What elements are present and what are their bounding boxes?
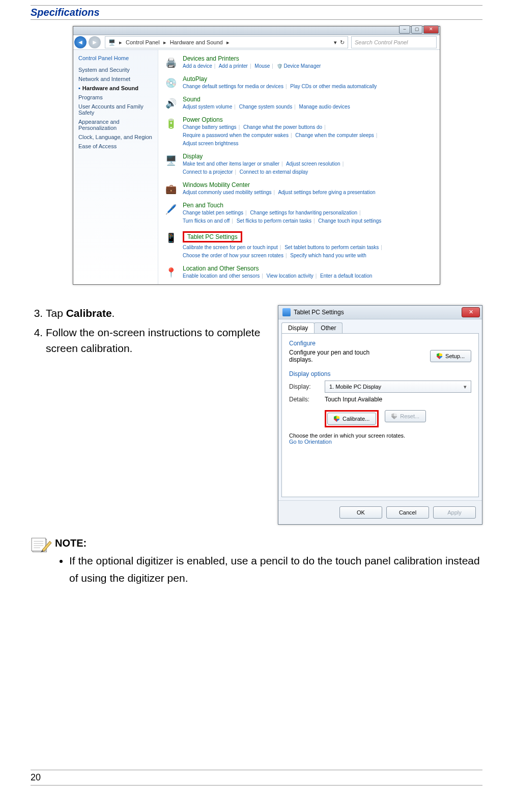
link[interactable]: Device Manager	[284, 63, 321, 69]
link[interactable]: Turn flicks on and off	[183, 218, 230, 224]
chevron-right-icon: ▸	[162, 39, 168, 46]
group-title[interactable]: Devices and Printers	[183, 55, 435, 62]
link[interactable]: Adjust settings before giving a presenta…	[278, 190, 375, 195]
sidebar-item[interactable]: Appearance and Personalization	[78, 117, 155, 132]
minimize-button[interactable]: –	[399, 25, 410, 34]
location-icon: 📍	[163, 265, 179, 280]
link[interactable]: Change touch input settings	[318, 218, 381, 224]
link[interactable]: Calibrate the screen for pen or touch in…	[183, 245, 278, 250]
group-title[interactable]: Windows Mobility Center	[183, 181, 435, 188]
refresh-icon[interactable]: ↻	[340, 39, 345, 46]
link[interactable]: Make text and other items larger or smal…	[183, 161, 279, 167]
ok-button[interactable]: OK	[339, 506, 382, 519]
shield-icon	[334, 416, 339, 422]
link[interactable]: Adjust screen resolution	[286, 161, 340, 167]
monitor-icon: 🖥️	[163, 153, 179, 168]
orientation-text: Choose the order in which your screen ro…	[289, 432, 471, 439]
link[interactable]: Set tablet buttons to perform certain ta…	[284, 245, 379, 250]
step-3: Tap Calibrate.	[46, 305, 268, 321]
link[interactable]: Change what the power buttons do	[243, 124, 322, 130]
close-button[interactable]: ✕	[462, 307, 480, 317]
link[interactable]: View location activity	[267, 273, 314, 279]
link[interactable]: Connect to a projector	[183, 169, 233, 175]
disc-icon: 💿	[163, 75, 179, 91]
address-bar: ◄ ► 🖥️ ▸ Control Panel ▸ Hardware and So…	[73, 35, 440, 50]
control-panel-window: – ▢ ✕ ◄ ► 🖥️ ▸ Control Panel ▸ Hardware …	[73, 26, 440, 285]
sidebar-item[interactable]: User Accounts and Family Safety	[78, 102, 155, 117]
orientation-link[interactable]: Go to Orientation	[289, 439, 332, 445]
group-title[interactable]: Display	[183, 153, 435, 160]
window-titlebar: – ▢ ✕	[73, 26, 440, 35]
options-header: Display options	[289, 370, 471, 377]
highlighted-link[interactable]: Tablet PC Settings	[183, 231, 242, 242]
link[interactable]: Change when the computer sleeps	[295, 132, 374, 138]
printer-icon: 🖨️	[163, 55, 179, 70]
apply-button[interactable]: Apply	[433, 506, 476, 519]
pen-icon: 🖊️	[163, 202, 179, 217]
maximize-button[interactable]: ▢	[411, 25, 422, 34]
search-input[interactable]: Search Control Panel	[351, 36, 437, 48]
note-label: NOTE:	[55, 537, 87, 549]
sidebar-item[interactable]: Ease of Access	[78, 142, 155, 151]
breadcrumb-seg[interactable]: Control Panel	[126, 39, 160, 45]
link[interactable]: Enter a default location	[320, 273, 372, 279]
breadcrumb[interactable]: 🖥️ ▸ Control Panel ▸ Hardware and Sound …	[105, 36, 348, 48]
back-button[interactable]: ◄	[74, 36, 87, 48]
sidebar-item[interactable]: Network and Internet	[78, 74, 155, 84]
tab-display[interactable]: Display	[281, 322, 315, 333]
configure-header: Configure	[289, 340, 471, 347]
link[interactable]: Adjust screen brightness	[183, 141, 239, 146]
group-title[interactable]: Sound	[183, 96, 435, 103]
setup-button[interactable]: Setup...	[430, 350, 471, 362]
close-button[interactable]: ✕	[423, 25, 439, 34]
group-title[interactable]: Location and Other Sensors	[183, 265, 435, 272]
link[interactable]: Change tablet pen settings	[183, 210, 243, 215]
chevron-right-icon: ▸	[225, 39, 231, 46]
link[interactable]: Manage audio devices	[299, 104, 350, 110]
link[interactable]: Adjust commonly used mobility settings	[183, 190, 272, 195]
dialog-icon	[282, 308, 291, 316]
link[interactable]: Play CDs or other media automatically	[290, 84, 377, 89]
link[interactable]: Change settings for handwriting personal…	[250, 210, 357, 215]
link[interactable]: Specify which hand you write with	[290, 253, 366, 258]
breadcrumb-icon: 🖥️	[108, 39, 116, 46]
link[interactable]: Require a password when the computer wak…	[183, 132, 289, 138]
calibrate-button[interactable]: Calibrate...	[327, 413, 376, 425]
link[interactable]: Change system sounds	[239, 104, 293, 110]
display-select[interactable]: 1. Mobile PC Display ▾	[325, 381, 471, 393]
link[interactable]: Change battery settings	[183, 124, 237, 130]
shield-icon: 🛡️	[277, 64, 282, 69]
link[interactable]: Enable location and other sensors	[183, 273, 260, 279]
forward-button[interactable]: ►	[89, 36, 101, 48]
note-icon	[31, 537, 52, 555]
tab-other[interactable]: Other	[314, 322, 343, 333]
group-title[interactable]: Pen and Touch	[183, 202, 435, 209]
sidebar-item[interactable]: Programs	[78, 93, 155, 102]
tablet-icon: 📱	[163, 230, 179, 246]
link[interactable]: Add a device	[183, 63, 212, 69]
sidebar-home[interactable]: Control Panel Home	[78, 55, 155, 61]
sidebar-item-active[interactable]: Hardware and Sound	[78, 84, 155, 93]
dropdown-icon[interactable]: ▾	[334, 39, 337, 46]
link[interactable]: Mouse	[254, 63, 270, 69]
breadcrumb-seg[interactable]: Hardware and Sound	[170, 39, 223, 45]
link[interactable]: Choose the order of how your screen rota…	[183, 253, 283, 258]
link[interactable]: Change default settings for media or dev…	[183, 84, 283, 89]
configure-text: Configure your pen and touch displays.	[289, 349, 391, 363]
page-title: Specifications	[31, 6, 482, 19]
dropdown-icon: ▾	[464, 384, 467, 390]
sidebar-item[interactable]: System and Security	[78, 65, 155, 74]
shield-icon	[391, 413, 397, 419]
group-title[interactable]: AutoPlay	[183, 75, 435, 83]
group-title[interactable]: Power Options	[183, 116, 435, 123]
cancel-button[interactable]: Cancel	[386, 506, 429, 519]
link[interactable]: Connect to an external display	[240, 169, 308, 175]
sidebar: Control Panel Home System and Security N…	[73, 50, 158, 284]
details-value: Touch Input Available	[325, 396, 382, 403]
mobility-icon: 💼	[163, 181, 179, 197]
link[interactable]: Adjust system volume	[183, 104, 232, 110]
reset-button[interactable]: Reset...	[385, 410, 426, 422]
link[interactable]: Set flicks to perform certain tasks	[237, 218, 311, 224]
sidebar-item[interactable]: Clock, Language, and Region	[78, 132, 155, 142]
link[interactable]: Add a printer	[219, 63, 248, 69]
